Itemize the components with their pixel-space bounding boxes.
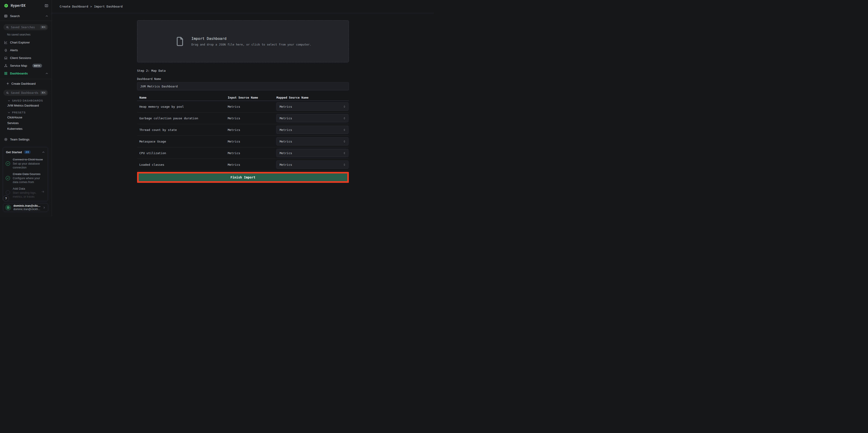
- chevron-down-icon: [7, 111, 10, 114]
- sidebar-item-service-map[interactable]: Service Map BETA: [0, 62, 52, 69]
- app-title: HyperDX: [11, 4, 26, 8]
- row-name-cell: Garbage collection pause duration: [137, 117, 228, 120]
- chart-icon: [4, 40, 8, 44]
- row-input-source-cell: Metrics: [228, 117, 276, 120]
- row-name-cell: Metaspace Usage: [137, 140, 228, 143]
- no-saved-searches-text: No saved searches: [0, 33, 52, 36]
- chevron-up-icon[interactable]: [45, 72, 49, 75]
- saved-dashboards-placeholder: Saved Dashboards: [11, 91, 38, 94]
- sidebar-item-clickhouse[interactable]: ClickHouse: [0, 115, 52, 120]
- user-name: dominic.tran@clic...: [13, 204, 40, 207]
- row-name-cell: Thread count by state: [137, 128, 228, 131]
- mapped-source-select[interactable]: Metrics: [276, 114, 348, 122]
- step-title: Create Data Sources: [13, 172, 44, 176]
- sidebar-item-team-settings[interactable]: Team Settings: [0, 135, 52, 143]
- updown-chevrons-icon: [343, 152, 346, 155]
- hyperdx-logo-icon: [4, 3, 9, 8]
- sidebar-item-kubernetes[interactable]: Kubernetes: [0, 126, 52, 131]
- nav-label: Dashboards: [10, 72, 28, 75]
- step-subtitle: Configure where your data comes from: [13, 177, 44, 184]
- nav-label: Client Sessions: [10, 56, 31, 60]
- nav-label: Service Map: [10, 64, 27, 67]
- service-map-icon: [4, 64, 8, 68]
- search-icon: [6, 91, 9, 94]
- saved-searches-input[interactable]: Saved Searches ⌘K: [3, 24, 48, 30]
- sidebar-item-alerts[interactable]: Alerts: [0, 46, 52, 54]
- mapped-source-select[interactable]: Metrics: [276, 102, 348, 111]
- get-started-header[interactable]: Get Started 2/3: [3, 147, 48, 155]
- sidebar-item-search[interactable]: Search: [0, 11, 52, 21]
- updown-chevrons-icon: [343, 128, 346, 131]
- row-input-source-cell: Metrics: [228, 105, 276, 109]
- mapped-source-select[interactable]: Metrics: [276, 137, 348, 146]
- chevron-right-icon: [42, 206, 46, 209]
- get-started-item-add-data[interactable]: Add Data Start sending logs, metrics, or…: [3, 184, 48, 199]
- saved-dashboards-section-toggle[interactable]: SAVED DASHBOARDS: [0, 99, 52, 103]
- table-row: Thread count by state Metrics Metrics: [137, 124, 349, 136]
- mapped-source-select[interactable]: Metrics: [276, 126, 348, 134]
- selected-value: Metrics: [280, 163, 292, 166]
- presets-section-toggle[interactable]: PRESETS: [0, 111, 52, 115]
- logo-row: HyperDX: [0, 0, 52, 11]
- nav-label: Alerts: [10, 49, 18, 52]
- table-row: CPU utilization Metrics Metrics: [137, 147, 349, 159]
- column-header-name: Name: [137, 96, 228, 99]
- topbar: Create Dashboard > Import Dashboard: [52, 0, 434, 13]
- dashboard-name-input[interactable]: [137, 82, 349, 90]
- app-window: HyperDX Search Saved Search: [0, 0, 434, 216]
- content: Import Dashboard Drag and drop a JSON fi…: [52, 13, 434, 216]
- selected-value: Metrics: [280, 117, 292, 120]
- empty-circle-icon: [6, 190, 10, 195]
- file-icon: [175, 36, 185, 47]
- help-button[interactable]: ?: [3, 195, 9, 202]
- chevron-up-icon[interactable]: [45, 14, 49, 18]
- sidebar-collapse-icon[interactable]: [44, 4, 49, 8]
- bell-icon: [4, 48, 8, 52]
- progress-badge: 2/3: [24, 150, 31, 154]
- search-icon: [6, 26, 9, 29]
- row-input-source-cell: Metrics: [228, 140, 276, 143]
- hyperdx-logo[interactable]: HyperDX: [4, 3, 26, 8]
- breadcrumb-create-dashboard[interactable]: Create Dashboard: [60, 5, 88, 8]
- finish-import-button[interactable]: Finish Import: [139, 174, 347, 181]
- saved-searches-placeholder: Saved Searches: [11, 26, 38, 29]
- sidebar-item-client-sessions[interactable]: Client Sessions: [0, 54, 52, 62]
- sidebar-item-chart-explorer[interactable]: Chart Explorer: [0, 38, 52, 46]
- updown-chevrons-icon: [343, 163, 346, 166]
- sidebar-item-jvm-metrics-dashboard[interactable]: JVM Metrics Dashboard: [0, 103, 52, 109]
- section-label: PRESETS: [12, 111, 26, 114]
- get-started-item-sources[interactable]: Create Data Sources Configure where your…: [3, 170, 48, 184]
- table-row: Metaspace Usage Metrics Metrics: [137, 136, 349, 147]
- saved-dashboards-input[interactable]: Saved Dashboards ⌘K: [3, 90, 48, 96]
- team-settings-label: Team Settings: [10, 138, 30, 141]
- dashboard-name-label: Dashboard Name: [137, 77, 349, 81]
- create-dashboard-button[interactable]: Create Dashboard: [0, 79, 52, 88]
- mapped-source-select[interactable]: Metrics: [276, 160, 348, 169]
- user-email: dominic.tran@clickh...: [13, 208, 40, 211]
- get-started-panel: Get Started 2/3 Connect to ClickHouse Se…: [3, 147, 48, 201]
- shortcut-badge: ⌘K: [40, 25, 47, 29]
- selected-value: Metrics: [280, 105, 292, 109]
- user-menu[interactable]: D dominic.tran@clic... dominic.tran@clic…: [3, 203, 48, 212]
- step-subtitle: Start sending logs, metrics, or traces: [13, 191, 44, 198]
- row-input-source-cell: Metrics: [228, 128, 276, 131]
- sidebar-item-services[interactable]: Services: [0, 120, 52, 126]
- row-input-source-cell: Metrics: [228, 151, 276, 155]
- mapped-source-select[interactable]: Metrics: [276, 149, 348, 157]
- table-icon: [4, 14, 8, 18]
- create-dashboard-label: Create Dashboard: [11, 82, 35, 85]
- dropzone-title: Import Dashboard: [191, 36, 311, 41]
- get-started-title: Get Started: [6, 151, 22, 154]
- table-header: Name Input Source Name Mapped Source Nam…: [137, 94, 349, 101]
- column-header-input-source: Input Source Name: [228, 96, 276, 99]
- step-subtitle: Set up your database connection: [13, 162, 44, 169]
- shortcut-badge: ⌘K: [40, 91, 47, 95]
- updown-chevrons-icon: [343, 140, 346, 143]
- sidebar-item-dashboards[interactable]: Dashboards: [0, 69, 52, 77]
- chevron-up-icon[interactable]: [42, 151, 45, 154]
- get-started-item-connect[interactable]: Connect to ClickHouse Set up your databa…: [3, 155, 48, 170]
- breadcrumb-separator: >: [90, 5, 92, 8]
- updown-chevrons-icon: [343, 117, 346, 120]
- import-dropzone[interactable]: Import Dashboard Drag and drop a JSON fi…: [137, 20, 349, 62]
- arrow-right-icon: [41, 190, 44, 193]
